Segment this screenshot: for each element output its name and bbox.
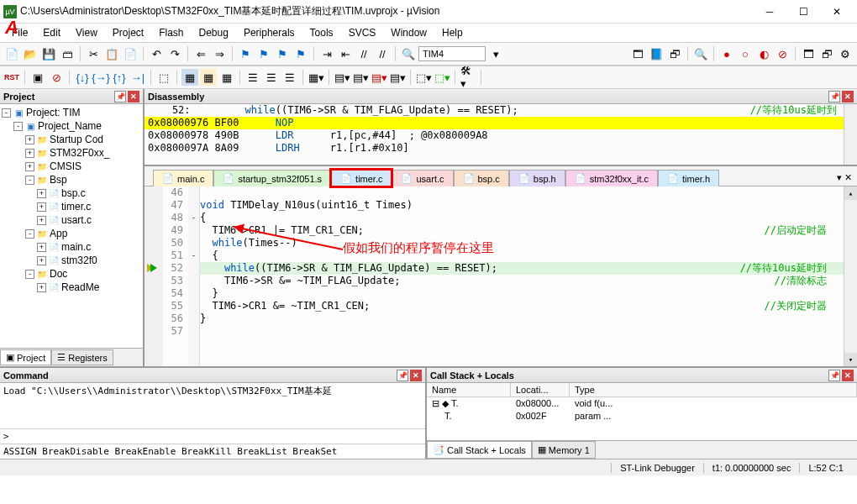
- analysis3-icon[interactable]: ▤▾: [371, 69, 387, 86]
- uncomment-icon[interactable]: //: [374, 45, 391, 62]
- open-file-icon[interactable]: 📂: [22, 45, 39, 62]
- code-line[interactable]: TIM6->CR1 |= TIM_CR1_CEN;//启动定时器: [200, 224, 844, 237]
- nav-fwd-icon[interactable]: ⇒: [211, 45, 228, 62]
- analysis2-icon[interactable]: ▤▾: [352, 69, 369, 86]
- code-editor[interactable]: 464748495051525354555657 -- 假如我们的程序暂停在这里…: [145, 186, 857, 366]
- scroll-down-icon[interactable]: ▾: [844, 353, 857, 366]
- toggle-b-icon[interactable]: 📘: [648, 45, 665, 62]
- tab-startup_stm32f051-s[interactable]: 📄startup_stm32f051.s: [213, 170, 331, 186]
- tree-toggle-icon[interactable]: +: [37, 189, 46, 198]
- callstack-body[interactable]: Name Locati... Type ⊟ ◆ T.0x08000...void…: [427, 383, 857, 440]
- run-to-cursor-icon[interactable]: →|: [129, 69, 146, 86]
- scroll-up-icon[interactable]: ▴: [844, 186, 857, 200]
- menu-edit[interactable]: Edit: [36, 25, 67, 40]
- tree-toggle-icon[interactable]: +: [37, 283, 46, 292]
- step-out-icon[interactable]: {↑}: [111, 69, 128, 86]
- tree-file-timer.c[interactable]: +📄timer.c: [2, 200, 141, 213]
- tab-close-icon[interactable]: ✕: [844, 172, 852, 182]
- win2-icon[interactable]: ▦: [200, 69, 217, 86]
- nav-back-icon[interactable]: ⇐: [192, 45, 209, 62]
- cut-icon[interactable]: ✂: [85, 45, 102, 62]
- editor-scrollbar[interactable]: ▴ ▾: [844, 186, 857, 366]
- pin-icon[interactable]: 📌: [397, 370, 408, 381]
- undo-icon[interactable]: ↶: [148, 45, 165, 62]
- tree-toggle-icon[interactable]: -: [13, 122, 23, 131]
- tree-file-main.c[interactable]: +📄main.c: [2, 240, 141, 254]
- tab-bsp-h[interactable]: 📄bsp.h: [509, 170, 565, 186]
- win3-icon[interactable]: ▦: [218, 69, 235, 86]
- bp-disable-icon[interactable]: ◐: [755, 45, 772, 62]
- code-line[interactable]: }: [200, 312, 844, 325]
- tree-group-doc[interactable]: -📁Doc: [2, 267, 141, 281]
- debug-start-icon[interactable]: 🔍: [692, 45, 709, 62]
- tab-usart-c[interactable]: 📄usart.c: [392, 170, 453, 186]
- disasm-line[interactable]: 52: while((TIM6->SR & TIM_FLAG_Update) =…: [145, 104, 857, 117]
- new-file-icon[interactable]: 📄: [3, 45, 20, 62]
- tree-toggle-icon[interactable]: -: [25, 176, 34, 185]
- tree-group-stm32f0xx_[interactable]: +📁STM32F0xx_: [2, 146, 141, 160]
- tab-timer-c[interactable]: 📄timer.c: [331, 170, 392, 186]
- find-input[interactable]: [418, 46, 486, 61]
- project-tree[interactable]: -▣Project: TIM-▣Project_Name+📁Startup Co…: [0, 104, 143, 348]
- maximize-button[interactable]: ☐: [786, 2, 820, 22]
- tree-toggle-icon[interactable]: +: [25, 135, 34, 144]
- col-location[interactable]: Locati...: [511, 383, 570, 396]
- bookmark-clear-icon[interactable]: ⚑: [292, 45, 309, 62]
- disasm-line[interactable]: 0x08000976 BF00 NOP: [145, 117, 857, 129]
- tree-group-bsp[interactable]: -📁Bsp: [2, 173, 141, 186]
- tools-icon[interactable]: 🛠▾: [460, 69, 476, 86]
- comment-icon[interactable]: //: [355, 45, 372, 62]
- disasm-line[interactable]: 0x08000978 490B LDR r1,[pc,#44] ; @0x080…: [145, 129, 857, 142]
- toggle-a-icon[interactable]: 🗔: [629, 45, 646, 62]
- find-folder-icon[interactable]: 🔍: [400, 45, 417, 62]
- toggle-c-icon[interactable]: 🗗: [666, 45, 683, 62]
- menu-peripherals[interactable]: Peripherals: [237, 25, 302, 40]
- code-line[interactable]: [200, 325, 844, 338]
- breakpoint-arrow-icon[interactable]: [147, 262, 160, 274]
- tree-group-app[interactable]: -📁App: [2, 227, 141, 240]
- tab-bsp-c[interactable]: 📄bsp.c: [454, 170, 509, 186]
- menu-project[interactable]: Project: [106, 25, 150, 40]
- bp-toggle-icon[interactable]: ●: [718, 45, 735, 62]
- tree-toggle-icon[interactable]: -: [2, 108, 11, 118]
- win1-icon[interactable]: ▦: [181, 69, 198, 86]
- code-line[interactable]: [200, 186, 844, 199]
- tree-file-stm32f0[interactable]: +📄stm32f0: [2, 254, 141, 267]
- minimize-button[interactable]: ─: [753, 2, 786, 22]
- panel-close-icon[interactable]: ✕: [410, 370, 422, 381]
- config-icon[interactable]: ⚙: [837, 45, 854, 62]
- disasm-line[interactable]: 0x0800097A 8A09 LDRH r1.[r1.#0x10]: [145, 142, 857, 155]
- bookmark-prev-icon[interactable]: ⚑: [255, 45, 272, 62]
- tree-toggle-icon[interactable]: +: [37, 243, 46, 252]
- code-line[interactable]: void TIMDelay_N10us(uint16_t Times): [200, 199, 844, 212]
- win6-icon[interactable]: ☰: [281, 69, 298, 86]
- bookmark-icon[interactable]: ⚑: [237, 45, 254, 62]
- serial-icon[interactable]: ▦▾: [308, 69, 324, 86]
- code-line[interactable]: while(Times--): [200, 237, 844, 249]
- redo-icon[interactable]: ↷: [166, 45, 183, 62]
- menu-flash[interactable]: Flash: [152, 25, 190, 40]
- panel-close-icon[interactable]: ✕: [842, 91, 854, 102]
- tree-group-cmsis[interactable]: +📁CMSIS: [2, 160, 141, 173]
- tree-toggle-icon[interactable]: +: [37, 256, 46, 265]
- tree-group-startup cod[interactable]: +📁Startup Cod: [2, 133, 141, 146]
- tab-timer-h[interactable]: 📄timer.h: [658, 170, 719, 186]
- col-type[interactable]: Type: [570, 383, 857, 396]
- analysis1-icon[interactable]: ▤▾: [334, 69, 350, 86]
- window-a-icon[interactable]: 🗖: [800, 45, 817, 62]
- analysis4-icon[interactable]: ▤▾: [389, 69, 406, 86]
- trace2-icon[interactable]: ⬚▾: [434, 69, 450, 86]
- bookmark-next-icon[interactable]: ⚑: [274, 45, 291, 62]
- save-all-icon[interactable]: 🗃: [59, 45, 76, 62]
- indent-icon[interactable]: ⇥: [318, 45, 335, 62]
- tree-toggle-icon[interactable]: +: [25, 162, 34, 171]
- menu-help[interactable]: Help: [435, 25, 470, 40]
- tree-root[interactable]: -▣Project: TIM: [2, 106, 141, 119]
- pin-icon[interactable]: 📌: [828, 370, 840, 381]
- tab-stm32f0xx_it-c[interactable]: 📄stm32f0xx_it.c: [565, 170, 658, 186]
- menu-window[interactable]: Window: [384, 25, 434, 40]
- bp-enable-icon[interactable]: ○: [737, 45, 754, 62]
- tree-target[interactable]: -▣Project_Name: [2, 119, 141, 133]
- tab-callstack[interactable]: 📑Call Stack + Locals: [427, 441, 532, 459]
- trace1-icon[interactable]: ⬚▾: [415, 69, 432, 86]
